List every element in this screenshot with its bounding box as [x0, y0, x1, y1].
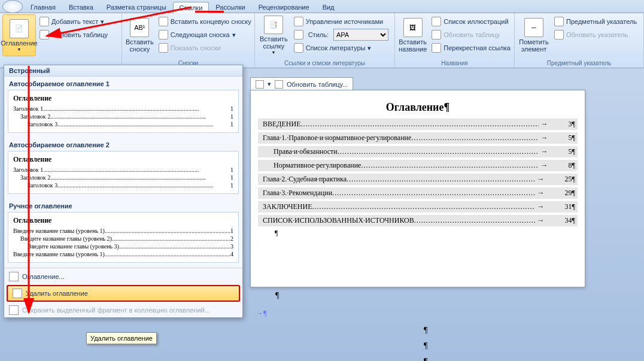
update-field-label: Обновить таблицу...	[287, 81, 348, 88]
annotation-underline	[195, 11, 224, 13]
insert-citation-button[interactable]: 📑 Вставить ссылку ▾	[257, 14, 290, 56]
index-icon	[554, 17, 564, 26]
paragraph-mark: ¶	[424, 357, 427, 361]
insert-caption-button[interactable]: 🖼 Вставить название	[397, 14, 428, 56]
tooltip-delete-toc: Удалить оглавление	[86, 332, 157, 344]
toc-title: Оглавление¶	[251, 90, 585, 119]
insert-index-button[interactable]: Предметный указатель	[553, 16, 640, 28]
paragraph-mark: ¶	[424, 341, 427, 351]
tab-layout[interactable]: Разметка страницы	[100, 1, 173, 13]
delete-toc-icon	[13, 289, 22, 298]
cross-reference-button[interactable]: Перекрестная ссылка	[430, 42, 514, 54]
paragraph-mark: ¶	[251, 229, 585, 238]
toc-entry[interactable]: ЗАКЛЮЧЕНИЕ→31¶	[258, 201, 578, 213]
update-captions-button[interactable]: Обновить таблицу	[430, 29, 514, 41]
manage-sources-icon	[294, 17, 303, 26]
show-footnotes-button[interactable]: Показать сноски	[157, 42, 255, 54]
citation-style[interactable]: Стиль: APA	[293, 29, 392, 41]
toc-entry[interactable]: ВВЕДЕНИЕ→3¶	[258, 119, 578, 130]
bibliography-icon	[294, 43, 303, 53]
mark-entry-button[interactable]: ─ Пометить элемент	[517, 14, 551, 56]
citation-icon: 📑	[264, 16, 283, 34]
show-footnotes-icon	[159, 43, 168, 53]
bibliography-button[interactable]: Список литературы ▾	[293, 42, 392, 54]
ribbon-tabs: Главная Вставка Разметка страницы Ссылки…	[0, 0, 644, 13]
dropdown-section-manual[interactable]: Ручное оглавление	[4, 199, 242, 212]
group-label-index: Предметный указатель	[517, 59, 641, 68]
dropdown-section-auto1[interactable]: Автособираемое оглавление 1	[4, 77, 242, 90]
ribbon: 📄 Оглавление ▾ Добавить текст ▾ Обновить…	[0, 13, 644, 68]
next-footnote-button[interactable]: Следующая сноска ▾	[157, 29, 255, 41]
toc-button[interactable]: 📄 Оглавление ▾	[2, 14, 36, 56]
update-captions-icon	[432, 30, 441, 40]
figure-list-icon	[432, 17, 441, 26]
update-index-button[interactable]: Обновить указатель	[553, 29, 640, 41]
chevron-down-icon: ▾	[272, 50, 275, 55]
tab-view[interactable]: Вид	[316, 1, 341, 13]
chevron-down-icon: ▾	[268, 80, 271, 88]
style-icon	[294, 30, 303, 40]
add-text-button[interactable]: Добавить текст ▾	[38, 16, 111, 28]
style-select[interactable]: APA	[333, 29, 388, 41]
update-index-icon	[554, 30, 564, 40]
dropdown-section-auto2[interactable]: Автособираемое оглавление 2	[4, 138, 242, 151]
figure-list-button[interactable]: Список иллюстраций	[430, 16, 514, 28]
update-toc-button[interactable]: Обновить таблицу	[38, 29, 111, 41]
preview-auto1[interactable]: Оглавление Заголовок 11 Заголовок 21 Заг…	[8, 90, 239, 133]
office-button[interactable]	[2, 0, 23, 13]
add-text-icon	[40, 17, 49, 26]
paragraph-mark: ¶	[275, 291, 279, 301]
mark-entry-icon: ─	[524, 18, 543, 37]
caption-icon: 🖼	[403, 18, 423, 37]
toc-custom-icon	[9, 272, 19, 281]
group-label-captions: Названия	[397, 59, 512, 68]
chevron-down-icon: ▾	[18, 47, 20, 52]
menu-toc-custom[interactable]: Оглавление...	[4, 269, 242, 284]
tab-mark: →¶	[256, 309, 266, 318]
toc-dropdown: Встроенный Автособираемое оглавление 1 О…	[4, 65, 243, 318]
toc-entry[interactable]: Права·и·обязанности→5¶	[258, 146, 578, 157]
preview-manual[interactable]: Оглавление Введите название главы (урове…	[8, 212, 239, 263]
toc-entry[interactable]: Нормативное·регулирование→8¶	[258, 160, 578, 171]
toc-entry[interactable]: Глава·1.·Правовое·и·нормативное·регулиро…	[258, 132, 578, 144]
toc-entry[interactable]: Глава·2.·Судебная·практика→25¶	[258, 174, 578, 185]
tab-review[interactable]: Рецензирование	[252, 1, 316, 13]
document-page[interactable]: Оглавление¶ ВВЕДЕНИЕ→3¶Глава·1.·Правовое…	[250, 90, 585, 287]
toc-icon: 📄	[10, 19, 29, 38]
menu-save-selection: Сохранить выделенный фрагмент в коллекци…	[4, 303, 242, 317]
toc-field-icon	[256, 80, 264, 89]
save-selection-icon	[9, 305, 19, 315]
insert-footnote-button[interactable]: AB¹ Вставить сноску	[124, 14, 155, 56]
insert-endnote-button[interactable]: Вставить концевую сноску	[157, 16, 255, 28]
toc-entry[interactable]: Глава·3.·Рекомендации→29¶	[258, 187, 578, 199]
manage-sources-button[interactable]: Управление источниками	[293, 16, 392, 28]
next-footnote-icon	[159, 30, 168, 40]
paragraph-mark: ¶	[424, 326, 427, 335]
tab-home[interactable]: Главная	[24, 1, 62, 13]
toc-entry[interactable]: СПИСОК·ИСПОЛЬЗОВАННЫХ·ИСТОЧНИКОВ→34¶	[258, 215, 578, 226]
cross-ref-icon	[432, 43, 441, 53]
toc-field-header[interactable]: ▾ Обновить таблицу...	[250, 77, 353, 90]
tab-insert[interactable]: Вставка	[62, 1, 100, 13]
dropdown-header: Встроенный	[4, 65, 242, 77]
endnote-icon	[159, 17, 168, 26]
update-icon	[40, 30, 49, 40]
footnote-icon: AB¹	[130, 18, 149, 37]
update-field-icon	[275, 80, 283, 89]
group-label-citations: Ссылки и списки литературы	[257, 59, 392, 68]
preview-auto2[interactable]: Оглавление Заголовок 11 Заголовок 21 Заг…	[8, 151, 239, 194]
menu-delete-toc[interactable]: Удалить оглавление	[7, 285, 240, 302]
